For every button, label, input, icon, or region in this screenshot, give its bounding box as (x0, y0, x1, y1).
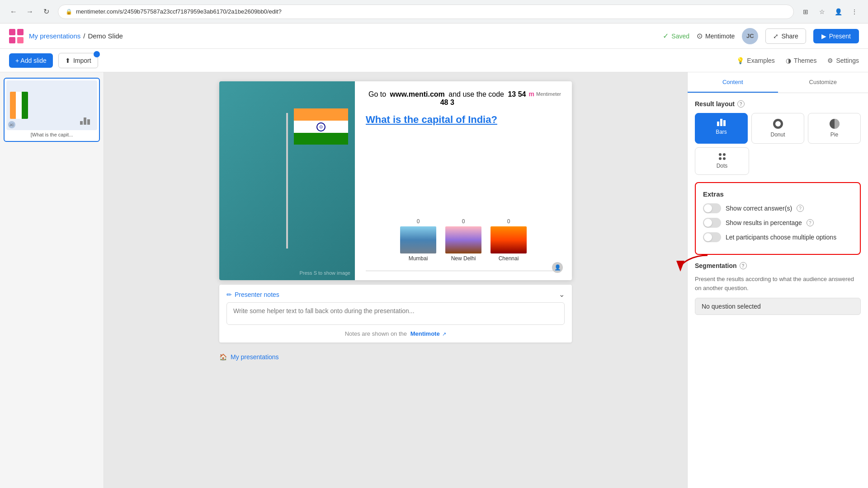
toggle-label-percentage: Show results in percentage (726, 219, 802, 226)
breadcrumb-home[interactable]: My presentations (29, 32, 80, 40)
browser-nav: ← → ↻ (7, 5, 52, 18)
mentimote-label: Mentimote (705, 33, 735, 40)
svg-point-4 (95, 52, 99, 56)
bar-count-mumbai: 0 (417, 218, 420, 225)
slide-thumbnail-1[interactable]: 1 ▶ JC [What is the capit... (4, 78, 100, 142)
percentage-help-icon[interactable]: ? (807, 219, 814, 226)
menti-logo-m: m (529, 90, 534, 98)
import-icon: ⬆ (65, 57, 71, 64)
right-sidebar: Content Customize Result layout ? (687, 72, 868, 488)
sidebar-content: Result layout ? Bars Donut (688, 93, 868, 488)
chart-item-chennai: 0 Chennai (491, 218, 527, 262)
go-to-text: Go to www.menti.com and use the code 13 … (366, 90, 529, 107)
browser-actions: ⊞ ☆ 👤 ⋮ (799, 5, 861, 18)
layout-options: Bars Donut Pie (695, 113, 861, 144)
share-icon: ⤢ (773, 33, 778, 40)
segmentation-help-icon[interactable]: ? (740, 262, 747, 269)
layout-option-pie[interactable]: Pie (808, 113, 861, 144)
my-presentations-label: My presentations (231, 353, 279, 361)
toolbar: + Add slide ⬆ Import 💡 Examples ◑ Themes… (0, 49, 868, 72)
back-button[interactable]: ← (7, 5, 20, 18)
refresh-button[interactable]: ↻ (40, 5, 52, 18)
app-logo (9, 29, 24, 43)
toggle-knob-correct (704, 204, 712, 212)
flag-bot-stripe (294, 133, 348, 145)
result-layout-text: Result layout (695, 100, 735, 108)
breadcrumb: My presentations / Demo Slide (29, 32, 123, 40)
svg-rect-5 (80, 121, 83, 125)
settings-button[interactable]: ⚙ Settings (827, 57, 859, 64)
chart-item-delhi: 0 New Delhi (445, 218, 481, 262)
breadcrumb-current: Demo Slide (88, 32, 123, 40)
extensions-button[interactable]: ⊞ (799, 5, 812, 18)
segmentation-description: Present the results according to what th… (695, 275, 861, 292)
segmentation-text: Segmentation (695, 262, 737, 269)
add-slide-label: + Add slide (15, 57, 47, 64)
bar-image-mumbai (400, 226, 436, 253)
thumb-chart (80, 114, 94, 127)
mentimote-button[interactable]: ⊙ Mentimote (697, 32, 735, 40)
bar-label-mumbai: Mumbai (409, 255, 428, 262)
toggle-show-percentage[interactable] (703, 218, 721, 228)
mentimote-link[interactable]: Mentimote (410, 330, 440, 337)
present-label: Present (829, 33, 851, 40)
slide-menti-header: Go to www.menti.com and use the code 13 … (366, 90, 561, 107)
toggle-label-correct: Show correct answer(s) (726, 205, 792, 212)
layout-option-bars[interactable]: Bars (695, 113, 748, 144)
extras-title: Extras (703, 190, 853, 198)
notes-collapse-button[interactable]: ⌄ (559, 290, 565, 299)
segmentation-dropdown[interactable]: No question selected (695, 298, 861, 315)
toggle-row-multiple: Let participants choose multiple options (703, 232, 853, 242)
toggle-multiple-options[interactable] (703, 232, 721, 242)
flag-background: ⊙ (219, 81, 355, 280)
user-avatar-button[interactable]: JC (742, 28, 758, 44)
themes-label: Themes (794, 57, 817, 64)
notes-footer: Notes are shown on the Mentimote ↗ (226, 330, 565, 337)
bars-label: Bars (716, 129, 727, 135)
tab-customize[interactable]: Customize (778, 72, 868, 93)
layout-option-donut[interactable]: Donut (751, 113, 804, 144)
thumb-flag (10, 92, 28, 119)
bar-count-chennai: 0 (507, 218, 510, 225)
my-presentations-footer: 🏠 My presentations (219, 348, 572, 361)
toggle-knob-percentage (704, 219, 712, 227)
toggle-knob-multiple (704, 233, 712, 241)
go-to-prefix: Go to (368, 90, 386, 98)
toggle-show-correct[interactable] (703, 203, 721, 213)
toggle-row-percentage: Show results in percentage ? (703, 218, 853, 228)
themes-button[interactable]: ◑ Themes (786, 57, 817, 64)
forward-button[interactable]: → (24, 5, 36, 18)
present-button[interactable]: ▶ Present (813, 29, 859, 43)
ashoka-chakra: ⊙ (316, 122, 326, 131)
settings-label: Settings (836, 57, 859, 64)
my-presentations-link[interactable]: 🏠 My presentations (219, 353, 279, 361)
layout-option-dots[interactable]: Dots (695, 147, 749, 175)
tab-content[interactable]: Content (688, 72, 778, 93)
result-layout-help-icon[interactable]: ? (737, 100, 745, 108)
bookmark-button[interactable]: ☆ (816, 5, 828, 18)
add-slide-button[interactable]: + Add slide (9, 53, 53, 68)
profile-button[interactable]: 👤 (832, 5, 844, 18)
thumb-label: [What is the capit... (6, 130, 97, 139)
dropdown-wrapper: No question selected (695, 298, 861, 315)
home-icon: 🏠 (219, 353, 227, 361)
slide-right-content: Go to www.menti.com and use the code 13 … (355, 81, 572, 280)
examples-button[interactable]: 💡 Examples (736, 57, 774, 64)
svg-rect-0 (9, 29, 15, 35)
notes-footer-text: Notes are shown on the (345, 330, 407, 337)
external-link-icon: ↗ (442, 331, 446, 337)
notes-pencil-icon: ✏ (226, 291, 232, 298)
share-button[interactable]: ⤢ Share (765, 28, 806, 44)
svg-rect-1 (17, 29, 24, 35)
slide-canvas: ⊙ Press S to show image Go to www.menti.… (219, 81, 572, 280)
notes-input[interactable] (226, 302, 565, 325)
correct-answer-help-icon[interactable]: ? (797, 205, 804, 212)
import-button[interactable]: ⬆ Import (58, 53, 98, 68)
import-badge (94, 51, 100, 57)
sidebar-tabs: Content Customize (688, 72, 868, 93)
flag-visual: ⊙ (294, 108, 348, 145)
menu-button[interactable]: ⋮ (848, 5, 861, 18)
address-bar[interactable]: 🔒 mentimeter.com/s/2459b757587a23ccf7187… (58, 5, 794, 19)
toggle-row-correct-answer: Show correct answer(s) ? (703, 203, 853, 213)
bar-count-delhi: 0 (462, 218, 465, 225)
